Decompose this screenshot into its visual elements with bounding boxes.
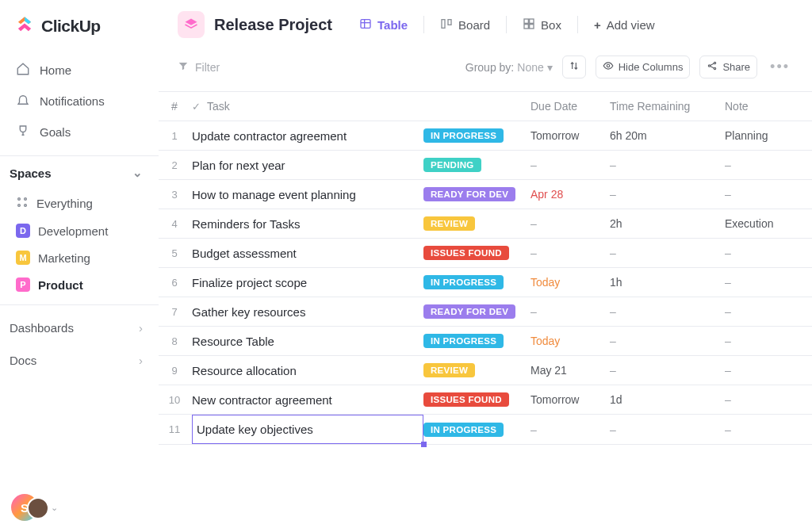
due-date-cell[interactable]: – [530,305,610,318]
note-cell[interactable]: – [725,305,804,318]
task-cell[interactable]: Reminders for Tasks [186,217,423,231]
table-row[interactable]: 8Resource TableIN PROGRESSToday–– [159,327,812,356]
note-cell[interactable]: – [725,364,804,377]
note-cell[interactable]: – [725,393,804,406]
groupby-dropdown[interactable]: Group by: None ▾ [465,61,553,74]
note-cell[interactable]: – [725,276,804,289]
note-cell[interactable]: Planning [725,129,804,142]
note-cell[interactable]: – [725,335,804,347]
space-item-marketing[interactable]: MMarketing [6,244,152,271]
status-cell[interactable]: READY FOR DEV [423,304,530,319]
status-cell[interactable]: REVIEW [423,363,530,377]
task-cell[interactable]: Resource Table [186,335,423,348]
status-cell[interactable]: IN PROGRESS [423,423,530,437]
space-item-development[interactable]: DDevelopment [6,217,152,244]
table-row[interactable]: 1Update contractor agreementIN PROGRESST… [159,121,812,151]
nav-docs[interactable]: Docs › [0,344,159,377]
view-tab-board[interactable]: Board [431,12,500,38]
time-remaining-cell[interactable]: – [610,423,725,436]
table-row[interactable]: 4Reminders for TasksREVIEW–2hExecution [159,209,812,239]
table-row[interactable]: 11Update key objectivesIN PROGRESS––– [159,415,812,445]
sort-button[interactable] [562,55,586,78]
due-date-cell[interactable]: Tomorrow [530,129,610,142]
due-date-cell[interactable]: – [530,423,610,436]
task-cell[interactable]: New contractor agreement [186,393,423,407]
space-everything[interactable]: Everything [6,189,152,217]
due-date-cell[interactable]: Today [530,276,610,289]
task-cell[interactable]: Budget assessment [186,247,423,260]
logo[interactable]: ClickUp [0,0,159,55]
time-remaining-cell[interactable]: – [610,335,725,347]
status-cell[interactable]: IN PROGRESS [423,128,530,143]
status-cell[interactable]: ISSUES FOUND [423,246,530,260]
note-cell[interactable]: – [725,423,804,436]
due-date-cell[interactable]: Tomorrow [530,393,610,406]
due-date-cell[interactable]: Today [530,335,610,347]
add-view-button[interactable]: + Add view [584,13,665,37]
table-row[interactable]: 6Finalize project scopeIN PROGRESSToday1… [159,268,812,297]
status-cell[interactable]: IN PROGRESS [423,275,530,289]
note-cell[interactable]: – [725,159,804,171]
table-row[interactable]: 5Budget assessmentISSUES FOUND––– [159,239,812,268]
col-header-task[interactable]: ✓ Task [186,100,423,113]
task-cell[interactable]: Finalize project scope [186,276,423,289]
view-tab-table[interactable]: Table [350,12,417,38]
time-remaining-cell[interactable]: – [610,159,725,171]
due-date-cell[interactable]: – [530,217,610,230]
table-row[interactable]: 7Gather key resourcesREADY FOR DEV––– [159,297,812,327]
task-cell[interactable]: Gather key resources [186,305,423,319]
status-cell[interactable]: ISSUES FOUND [423,392,530,407]
task-cell[interactable]: Update key objectives [186,415,423,444]
hide-columns-button[interactable]: Hide Columns [596,55,691,78]
view-tab-box[interactable]: Box [513,12,571,38]
col-header-num[interactable]: # [159,100,186,113]
task-cell[interactable]: Plan for next year [186,159,423,172]
table-row[interactable]: 9Resource allocationREVIEWMay 21–– [159,356,812,385]
sort-icon [569,60,580,74]
task-cell[interactable]: Resource allocation [186,364,423,377]
note-cell[interactable]: – [725,188,804,201]
table-icon [359,17,372,33]
time-remaining-cell[interactable]: – [610,247,725,259]
time-remaining-cell[interactable]: 2h [610,217,725,230]
time-remaining-cell[interactable]: – [610,305,725,318]
nav-goals-label: Goals [40,125,71,139]
due-date-cell[interactable]: – [530,159,610,171]
status-cell[interactable]: READY FOR DEV [423,187,530,201]
selection-handle[interactable] [421,442,427,447]
time-remaining-cell[interactable]: 1h [610,276,725,289]
table-row[interactable]: 2Plan for next yearPENDING––– [159,151,812,180]
table-row[interactable]: 3How to manage event planningREADY FOR D… [159,180,812,209]
share-button[interactable]: Share [699,55,757,78]
nav-goals[interactable]: Goals [6,117,152,147]
time-remaining-cell[interactable]: – [610,364,725,377]
task-cell[interactable]: Update contractor agreement [186,129,423,143]
due-date-cell[interactable]: – [530,247,610,259]
col-header-due[interactable]: Due Date [530,100,610,113]
status-cell[interactable]: IN PROGRESS [423,334,530,348]
col-header-note[interactable]: Note [725,100,804,113]
svg-rect-11 [524,24,528,28]
table-row[interactable]: 10New contractor agreementISSUES FOUNDTo… [159,385,812,415]
due-date-cell[interactable]: May 21 [530,364,610,377]
status-cell[interactable]: REVIEW [423,216,530,231]
time-remaining-cell[interactable]: – [610,188,725,201]
due-date-cell[interactable]: Apr 28 [530,188,610,201]
time-remaining-cell[interactable]: 1d [610,393,725,406]
col-header-time[interactable]: Time Remaining [610,100,725,113]
nav-home[interactable]: Home [6,55,152,86]
spaces-header[interactable]: Spaces ⌄ [0,155,159,189]
note-cell[interactable]: Execution [725,217,804,230]
svg-rect-9 [524,19,528,23]
note-cell[interactable]: – [725,247,804,259]
task-cell[interactable]: How to manage event planning [186,188,423,201]
user-avatar-group[interactable]: S ⌄ [11,494,58,521]
nav-dashboards[interactable]: Dashboards › [0,312,159,344]
time-remaining-cell[interactable]: 6h 20m [610,129,725,142]
space-item-product[interactable]: PProduct [6,271,152,298]
filter-button[interactable]: Filter [178,60,220,74]
nav-notifications[interactable]: Notifications [6,86,152,117]
status-cell[interactable]: PENDING [423,158,530,172]
svg-point-0 [18,198,21,201]
more-button[interactable]: ••• [767,59,793,75]
